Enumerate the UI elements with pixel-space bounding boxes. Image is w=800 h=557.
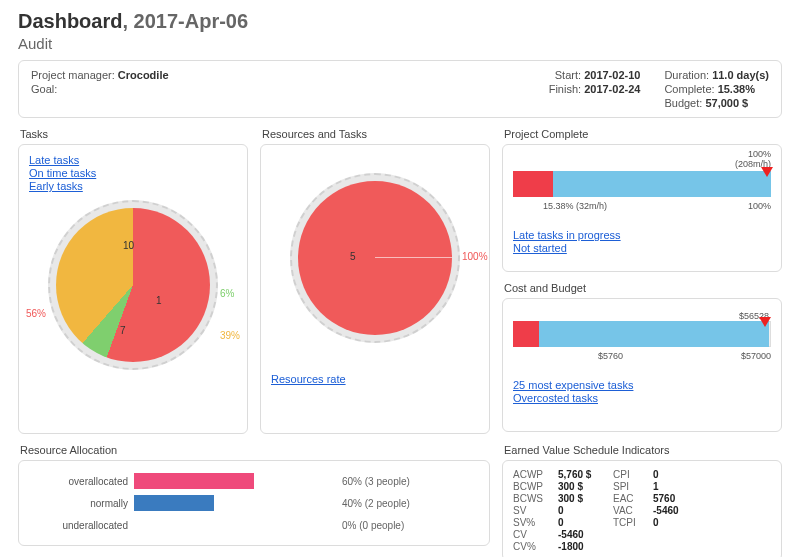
- pie-val-10: 10: [123, 240, 134, 251]
- resources-panel: 5 100% Resources rate: [260, 144, 490, 434]
- alloc-bar: [134, 473, 254, 489]
- evm-label: BCWS: [513, 493, 558, 504]
- link-late-in-progress[interactable]: Late tasks in progress: [513, 229, 771, 241]
- cb-under-left: $5760: [598, 351, 623, 361]
- resources-title: Resources and Tasks: [262, 128, 490, 140]
- alloc-row: normally40% (2 people): [29, 493, 479, 513]
- pie-val-7: 7: [120, 325, 126, 336]
- header-card: Project manager: Crocodile Goal: Start: …: [18, 60, 782, 118]
- cb-under-right: $57000: [741, 351, 771, 361]
- evm-label: SPI: [613, 481, 653, 492]
- alloc-panel: overallocated60% (3 people)normally40% (…: [18, 460, 490, 546]
- page-title: Dashboard, 2017-Apr-06: [18, 10, 782, 33]
- marker-icon: [761, 167, 773, 177]
- cost-budget-bar: $56528 $5760 $57000: [513, 321, 771, 351]
- evm-label: SV%: [513, 517, 558, 528]
- alloc-label: normally: [29, 498, 134, 509]
- title-bold: Dashboard: [18, 10, 122, 32]
- budget-label: Budget:: [664, 97, 702, 109]
- cost-budget-panel: $56528 $5760 $57000 25 most expensive ta…: [502, 298, 782, 432]
- link-expensive-tasks[interactable]: 25 most expensive tasks: [513, 379, 771, 391]
- project-complete-panel: 100% (208m/h) 15.38% (32m/h) 100% Late t…: [502, 144, 782, 272]
- pc-under-right: 100%: [748, 201, 771, 211]
- alloc-label: overallocated: [29, 476, 134, 487]
- pm-label: Project manager:: [31, 69, 115, 81]
- goal-label: Goal:: [31, 83, 57, 95]
- alloc-bar: [134, 495, 214, 511]
- link-resources-rate[interactable]: Resources rate: [271, 373, 479, 385]
- link-not-started[interactable]: Not started: [513, 242, 771, 254]
- alloc-row: underallocated0% (0 people): [29, 515, 479, 535]
- project-complete-title: Project Complete: [504, 128, 782, 140]
- alloc-info: 0% (0 people): [334, 520, 404, 531]
- alloc-row: overallocated60% (3 people): [29, 471, 479, 491]
- start-value: 2017-02-10: [584, 69, 640, 81]
- evm-label: VAC: [613, 505, 653, 516]
- evm-label: CV%: [513, 541, 558, 552]
- link-early-tasks[interactable]: Early tasks: [29, 180, 237, 192]
- link-overcosted-tasks[interactable]: Overcosted tasks: [513, 392, 771, 404]
- evm-value: 0: [558, 505, 613, 516]
- evm-label: BCWP: [513, 481, 558, 492]
- evm-value: 300 $: [558, 493, 613, 504]
- tasks-title: Tasks: [20, 128, 248, 140]
- link-on-time-tasks[interactable]: On time tasks: [29, 167, 237, 179]
- evm-title: Earned Value Schedule Indicators: [504, 444, 782, 456]
- evm-label: CPI: [613, 469, 653, 480]
- pie-pct-56: 56%: [26, 308, 46, 319]
- duration-label: Duration:: [664, 69, 709, 81]
- evm-value: -5460: [558, 529, 613, 540]
- evm-panel: ACWP5,760 $CPI0BCWP300 $SPI1BCWS300 $EAC…: [502, 460, 782, 557]
- evm-label: SV: [513, 505, 558, 516]
- complete-label: Complete:: [664, 83, 714, 95]
- subtitle: Audit: [18, 35, 782, 52]
- evm-value: -1800: [558, 541, 613, 552]
- evm-value: -5460: [653, 505, 708, 516]
- finish-label: Finish:: [549, 83, 581, 95]
- evm-label: ACWP: [513, 469, 558, 480]
- pc-under-left: 15.38% (32m/h): [543, 201, 607, 211]
- project-complete-bar: 100% (208m/h) 15.38% (32m/h) 100%: [513, 171, 771, 201]
- evm-value: 0: [558, 517, 613, 528]
- evm-label: CV: [513, 529, 558, 540]
- resources-pie-chart: 5 100%: [290, 173, 460, 343]
- tasks-panel: Late tasks On time tasks Early tasks 10 …: [18, 144, 248, 434]
- pm-value: Crocodile: [118, 69, 169, 81]
- pie-pct-39: 39%: [220, 330, 240, 341]
- alloc-label: underallocated: [29, 520, 134, 531]
- cost-budget-title: Cost and Budget: [504, 282, 782, 294]
- pc-top1: 100%: [748, 149, 771, 159]
- res-pie-val: 5: [350, 251, 356, 262]
- res-pie-pct: 100%: [462, 251, 488, 262]
- complete-value: 15.38%: [718, 83, 755, 95]
- evm-value: 5,760 $: [558, 469, 613, 480]
- evm-value: [653, 541, 708, 552]
- start-label: Start:: [555, 69, 581, 81]
- pie-pct-6: 6%: [220, 288, 234, 299]
- alloc-info: 60% (3 people): [334, 476, 410, 487]
- marker-icon: [759, 317, 771, 327]
- evm-label: TCPI: [613, 517, 653, 528]
- evm-value: 300 $: [558, 481, 613, 492]
- pie-val-1: 1: [156, 295, 162, 306]
- budget-value: 57,000 $: [705, 97, 748, 109]
- tasks-pie-chart: 10 1 7 6% 39% 56%: [48, 200, 218, 370]
- evm-value: 0: [653, 469, 708, 480]
- evm-value: 1: [653, 481, 708, 492]
- evm-label: [613, 529, 653, 540]
- link-late-tasks[interactable]: Late tasks: [29, 154, 237, 166]
- evm-value: 0: [653, 517, 708, 528]
- alloc-title: Resource Allocation: [20, 444, 490, 456]
- evm-label: EAC: [613, 493, 653, 504]
- alloc-info: 40% (2 people): [334, 498, 410, 509]
- finish-value: 2017-02-24: [584, 83, 640, 95]
- evm-value: 5760: [653, 493, 708, 504]
- evm-label: [613, 541, 653, 552]
- title-suffix: , 2017-Apr-06: [122, 10, 248, 32]
- duration-value: 11.0 day(s): [712, 69, 769, 81]
- evm-value: [653, 529, 708, 540]
